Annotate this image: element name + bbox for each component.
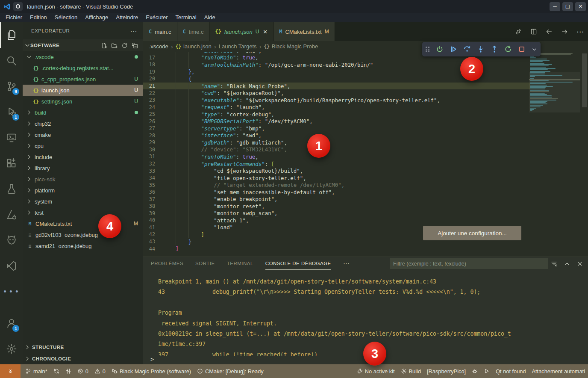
code-line-21[interactable]: 21"name": "Black Magic Probe", <box>143 83 530 90</box>
close-tab-icon[interactable]: ✕ <box>263 29 268 35</box>
code-line-28[interactable]: 28"interface": "swd", <box>143 132 530 139</box>
tab-launch-json[interactable]: {}launch.jsonU✕ <box>209 22 273 41</box>
status-cmake-build[interactable]: Build <box>398 364 424 378</box>
tree-item-gd32vf103-ozone-jdebug[interactable]: ≡gd32vf103_ozone.jdebug <box>23 229 143 240</box>
tree-item--vscode[interactable]: .vscode <box>23 51 143 62</box>
menu-selection[interactable]: Sélection <box>51 13 81 22</box>
code-line-27[interactable]: 27"servertype": "bmp", <box>143 125 530 132</box>
tree-item-launch-json[interactable]: {}launch.jsonU <box>23 85 143 96</box>
tree-item--cortex-debug-registers-stat-[interactable]: {}.cortex-debug.registers.stat... <box>23 62 143 74</box>
status-git-branch[interactable]: main* <box>22 364 50 378</box>
navigate-forward-icon[interactable] <box>561 28 568 35</box>
menu-affichage[interactable]: Affichage <box>81 13 112 22</box>
code-line-38[interactable]: 38"monitor reset", <box>143 203 530 210</box>
code-line-25[interactable]: 25"type": "cortex-debug", <box>143 111 530 118</box>
activity-testing-icon[interactable] <box>0 176 23 202</box>
tree-item-system[interactable]: system <box>23 196 143 207</box>
code-line-33[interactable]: 33"cd ${workspaceRoot}/build", <box>143 167 530 174</box>
collapse-all-icon[interactable] <box>132 42 138 49</box>
maximize-button[interactable]: ▢ <box>562 2 573 11</box>
status-cmake-kit[interactable]: No active kit <box>354 364 398 378</box>
filter-icon[interactable] <box>551 260 557 267</box>
status-debug-launch[interactable]: Black Magic Probe (software) <box>109 364 194 378</box>
panel-tab-proble-mes[interactable]: PROBLÈMES <box>151 257 183 270</box>
status-sync-changes[interactable] <box>50 364 62 378</box>
step-out-button[interactable] <box>491 45 498 53</box>
activity-explorer-icon[interactable] <box>0 22 23 48</box>
code-line-37[interactable]: 37"enable breakpoint", <box>143 195 530 203</box>
continue-button[interactable] <box>450 45 457 53</box>
new-folder-icon[interactable] <box>111 42 118 49</box>
code-line-22[interactable]: 22"cwd": "${workspaceRoot}", <box>143 89 530 97</box>
tree-item-pico-sdk[interactable]: pico-sdk <box>23 174 143 185</box>
activity-source-control-icon[interactable]: 9 <box>0 74 23 99</box>
tree-item-build[interactable]: build <box>23 107 143 118</box>
tree-item-platform[interactable]: platform <box>23 185 143 196</box>
status-qt-status[interactable]: Qt not found <box>493 364 529 378</box>
menu-aide[interactable]: Aide <box>200 13 219 22</box>
code-line-23[interactable]: 23"executable": "${workspaceRoot}/build/… <box>143 97 530 104</box>
sidebar-more-icon[interactable]: ⋯ <box>130 27 138 35</box>
restart-button[interactable] <box>504 45 512 53</box>
activity-accounts-icon[interactable]: 1 <box>0 310 23 336</box>
close-panel-icon[interactable] <box>577 261 583 267</box>
split-editor-icon[interactable] <box>530 28 537 35</box>
status-debug-target[interactable] <box>469 364 481 378</box>
status-run-target[interactable] <box>481 364 493 378</box>
code-line-26[interactable]: 26"BMPGDBSerialPort": "/dev/ttyACM0", <box>143 118 530 125</box>
tree-item-cmake[interactable]: cmake <box>23 129 143 140</box>
activity-remote-explorer-icon[interactable] <box>0 125 23 151</box>
activity-platformio-icon[interactable] <box>0 227 23 253</box>
status-auto-attach[interactable]: Attachement automati <box>529 364 588 378</box>
status-build-target[interactable]: [RaspberryPico] <box>424 364 469 378</box>
tree-item-settings-json[interactable]: {}settings.jsonU <box>23 96 143 107</box>
code-line-24[interactable]: 24"request": "launch", <box>143 103 530 111</box>
menu-fichier[interactable]: Fichier <box>2 13 26 22</box>
minimize-button[interactable]: ─ <box>550 2 560 11</box>
workspace-section[interactable]: SOFTWARE <box>23 39 143 51</box>
panel-tab-terminal[interactable]: TERMINAL <box>227 257 253 270</box>
menu-atteindre[interactable]: Atteindre <box>112 13 142 22</box>
tree-item-cpu[interactable]: cpu <box>23 140 143 151</box>
activity-extensions-icon[interactable] <box>0 151 23 176</box>
power-button[interactable] <box>436 45 444 53</box>
code-line-29[interactable]: 29"gdbPath": "gdb-multiarch", <box>143 139 530 146</box>
code-line-35[interactable]: 35// "target extended-remote /dev/ttyACM… <box>143 181 530 189</box>
code-line-34[interactable]: 34"file open-story-teller.elf", <box>143 174 530 182</box>
toolbar-drag-handle[interactable] <box>426 47 430 52</box>
menu-terminal[interactable]: Terminal <box>172 13 200 22</box>
code-line-40[interactable]: 40"attach 1", <box>143 217 530 224</box>
debug-console-prompt[interactable]: > <box>150 356 154 363</box>
menu-edition[interactable]: Edition <box>26 13 51 22</box>
tree-item-c-cpp-properties-json[interactable]: {}c_cpp_properties.jsonU <box>23 74 143 85</box>
navigate-back-icon[interactable] <box>546 28 553 35</box>
status-compare-changes[interactable] <box>62 364 74 378</box>
activity-settings-icon[interactable] <box>0 336 23 362</box>
code-line-39[interactable]: 39"monitor swdp_scan", <box>143 210 530 217</box>
code-line-44[interactable]: 44] <box>143 245 530 252</box>
new-file-icon[interactable] <box>101 42 107 49</box>
tree-item-chip32[interactable]: chip32 <box>23 118 143 129</box>
status-error-count[interactable]: 0 <box>74 364 91 378</box>
activity-visual-studio-icon[interactable] <box>0 253 23 279</box>
remote-indicator[interactable] <box>0 364 21 378</box>
more-actions-icon[interactable]: ⋯ <box>576 27 584 36</box>
code-line-31[interactable]: 31"runToMain": true, <box>143 153 530 160</box>
code-line-32[interactable]: 32"preRestartCommands": [ <box>143 160 530 168</box>
tree-item-include[interactable]: include <box>23 151 143 162</box>
more-button[interactable] <box>532 47 537 52</box>
breadcrumb--vscode[interactable]: .vscode <box>149 43 168 50</box>
tree-item-cmakelists-txt[interactable]: MCMakeLists.txtM <box>23 218 143 229</box>
code-line-30[interactable]: 30// "device": "STM32L431VC", <box>143 146 530 154</box>
step-over-button[interactable] <box>463 45 471 53</box>
status-warning-count[interactable]: 0 <box>91 364 109 378</box>
status-cmake-status[interactable]: CMake: [Debug]: Ready <box>194 364 267 378</box>
panel-more-icon[interactable]: ⋯ <box>343 260 350 267</box>
tab-time-c[interactable]: Ctime.c <box>177 22 210 41</box>
close-button[interactable]: ✕ <box>575 2 586 11</box>
minimap[interactable] <box>530 52 579 137</box>
debug-console-filter-input[interactable] <box>390 258 548 269</box>
code-editor[interactable]: 16"interface": "swd",17"runToMain": true… <box>143 52 588 257</box>
refresh-icon[interactable] <box>121 42 128 49</box>
section-chronologie[interactable]: CHRONOLOGIE <box>23 353 143 364</box>
